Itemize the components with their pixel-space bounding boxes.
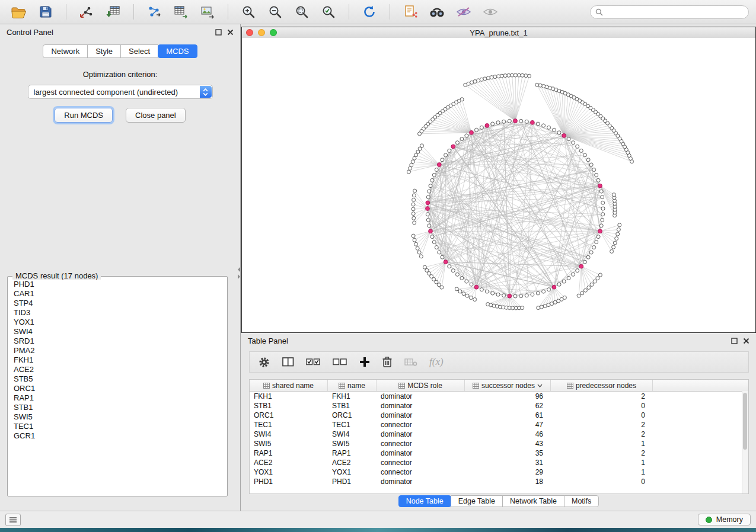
table-cell[interactable]: SWI4 xyxy=(250,430,328,438)
table-row[interactable]: TEC1TEC1connector472 xyxy=(250,420,748,430)
mcds-result-item[interactable]: ORC1 xyxy=(9,384,225,393)
table-cell[interactable]: 2 xyxy=(551,421,653,429)
export-image-button[interactable] xyxy=(196,2,219,21)
table-cell[interactable]: RAP1 xyxy=(328,449,377,457)
zoom-selected-button[interactable] xyxy=(317,2,340,21)
mcds-result-item[interactable]: GCR1 xyxy=(9,431,225,441)
memory-button[interactable]: Memory xyxy=(698,514,751,525)
mcds-result-item[interactable]: TEC1 xyxy=(9,422,225,431)
table-cell[interactable]: dominator xyxy=(377,402,465,410)
table-row[interactable]: RAP1RAP1dominator352 xyxy=(250,448,748,458)
mcds-result-item[interactable]: SRD1 xyxy=(9,336,225,346)
table-cell[interactable]: TEC1 xyxy=(250,421,328,429)
table-row[interactable]: ACE2ACE2connector311 xyxy=(250,458,748,467)
table-cell[interactable]: FKH1 xyxy=(250,392,328,400)
open-file-button[interactable] xyxy=(7,2,31,21)
table-cell[interactable]: SWI5 xyxy=(328,440,377,448)
show-graphics-button[interactable] xyxy=(479,2,502,21)
tab-style[interactable]: Style xyxy=(87,44,121,58)
mcds-result-item[interactable]: PHD1 xyxy=(9,280,225,289)
table-cell[interactable]: 96 xyxy=(465,392,551,400)
table-cell[interactable]: YOX1 xyxy=(250,468,328,476)
column-header-mcds-role[interactable]: MCDS role xyxy=(377,380,465,391)
table-row[interactable]: STB1STB1dominator620 xyxy=(250,401,748,411)
column-header-successor-nodes[interactable]: successor nodes xyxy=(465,380,551,391)
table-cell[interactable]: 0 xyxy=(551,411,653,419)
table-cell[interactable]: STB1 xyxy=(328,402,377,410)
tab-mcds[interactable]: MCDS xyxy=(158,44,197,58)
table-cell[interactable]: dominator xyxy=(377,392,465,400)
table-cell[interactable]: 62 xyxy=(465,402,551,410)
function-builder-icon[interactable]: f(x) xyxy=(429,356,444,368)
table-cell[interactable]: 0 xyxy=(551,402,653,410)
table-row[interactable]: ORC1ORC1dominator610 xyxy=(250,411,748,420)
network-window-titlebar[interactable]: YPA_prune.txt_1 xyxy=(242,27,755,39)
table-cell[interactable]: 35 xyxy=(465,449,551,457)
table-cell[interactable]: connector xyxy=(377,440,465,448)
table-cell[interactable]: ORC1 xyxy=(328,411,377,419)
table-cell[interactable]: dominator xyxy=(377,449,465,457)
first-neighbors-button[interactable] xyxy=(425,2,449,21)
table-cell[interactable]: ACE2 xyxy=(250,459,328,467)
tab-network[interactable]: Network xyxy=(43,44,88,58)
show-columns-icon[interactable] xyxy=(282,357,294,367)
purge-table-icon[interactable] xyxy=(404,357,417,367)
mcds-result-item[interactable]: SWI4 xyxy=(9,327,225,336)
mcds-result-item[interactable]: RAP1 xyxy=(9,393,225,403)
table-cell[interactable]: ORC1 xyxy=(250,411,328,419)
mcds-result-item[interactable]: YOX1 xyxy=(9,318,225,327)
table-cell[interactable]: 1 xyxy=(551,440,653,448)
mcds-result-item[interactable]: SWI5 xyxy=(9,412,225,422)
network-canvas[interactable] xyxy=(242,38,755,332)
table-row[interactable]: PHD1PHD1dominator180 xyxy=(250,477,748,486)
tab-node-table[interactable]: Node Table xyxy=(398,495,451,507)
select-all-icon[interactable] xyxy=(306,357,321,367)
apply-layout-button[interactable] xyxy=(358,2,381,21)
panel-menu-button[interactable] xyxy=(5,514,21,526)
table-cell[interactable]: PHD1 xyxy=(250,477,328,486)
table-cell[interactable]: 2 xyxy=(551,392,653,400)
mcds-result-item[interactable]: ACE2 xyxy=(9,365,225,374)
mcds-result-item[interactable]: CAR1 xyxy=(9,289,225,299)
tab-edge-table[interactable]: Edge Table xyxy=(451,495,503,507)
table-cell[interactable]: 0 xyxy=(551,477,653,486)
splitter-collapse-icon[interactable] xyxy=(238,267,240,272)
table-cell[interactable]: SWI5 xyxy=(250,440,328,448)
table-cell[interactable]: YOX1 xyxy=(328,468,377,476)
import-table-button[interactable] xyxy=(101,2,125,21)
zoom-fit-button[interactable] xyxy=(290,2,314,21)
table-cell[interactable]: STB1 xyxy=(250,402,328,410)
table-cell[interactable]: connector xyxy=(377,468,465,476)
table-cell[interactable]: 29 xyxy=(465,468,551,476)
table-cell[interactable]: TEC1 xyxy=(328,421,377,429)
column-header-name[interactable]: name xyxy=(328,380,377,391)
column-header-shared-name[interactable]: shared name xyxy=(250,380,328,391)
delete-trash-icon[interactable] xyxy=(382,356,393,368)
table-cell[interactable]: dominator xyxy=(377,411,465,419)
table-row[interactable]: SWI4SWI4dominator462 xyxy=(250,430,748,439)
table-cell[interactable]: 2 xyxy=(551,449,653,457)
run-mcds-button[interactable]: Run MCDS xyxy=(55,108,113,123)
network-graph[interactable] xyxy=(242,38,755,332)
search-input[interactable] xyxy=(606,7,744,17)
mcds-result-item[interactable]: STP4 xyxy=(9,299,225,308)
table-cell[interactable]: 18 xyxy=(465,477,551,486)
table-row[interactable]: SWI5SWI5connector431 xyxy=(250,439,748,448)
table-cell[interactable]: FKH1 xyxy=(328,392,377,400)
table-scrollbar-thumb[interactable] xyxy=(743,393,747,450)
table-cell[interactable]: 2 xyxy=(551,430,653,438)
table-cell[interactable]: 43 xyxy=(465,440,551,448)
mcds-result-item[interactable]: STB5 xyxy=(9,374,225,384)
mcds-result-list[interactable]: PHD1CAR1STP4TID3YOX1SWI4SRD1PMA2FKH1ACE2… xyxy=(9,280,225,494)
table-cell[interactable]: 47 xyxy=(465,421,551,429)
close-panel-icon[interactable] xyxy=(227,29,234,36)
table-cell[interactable]: dominator xyxy=(377,477,465,486)
import-network-button[interactable] xyxy=(75,2,98,21)
splitter-expand-icon[interactable] xyxy=(238,274,240,279)
mcds-result-item[interactable]: PMA2 xyxy=(9,346,225,355)
mcds-result-item[interactable]: TID3 xyxy=(9,308,225,318)
combo-stepper-icon[interactable] xyxy=(200,86,212,98)
close-panel-button[interactable]: Close panel xyxy=(126,108,186,123)
table-cell[interactable]: ACE2 xyxy=(328,459,377,467)
zoom-out-button[interactable] xyxy=(263,2,287,21)
